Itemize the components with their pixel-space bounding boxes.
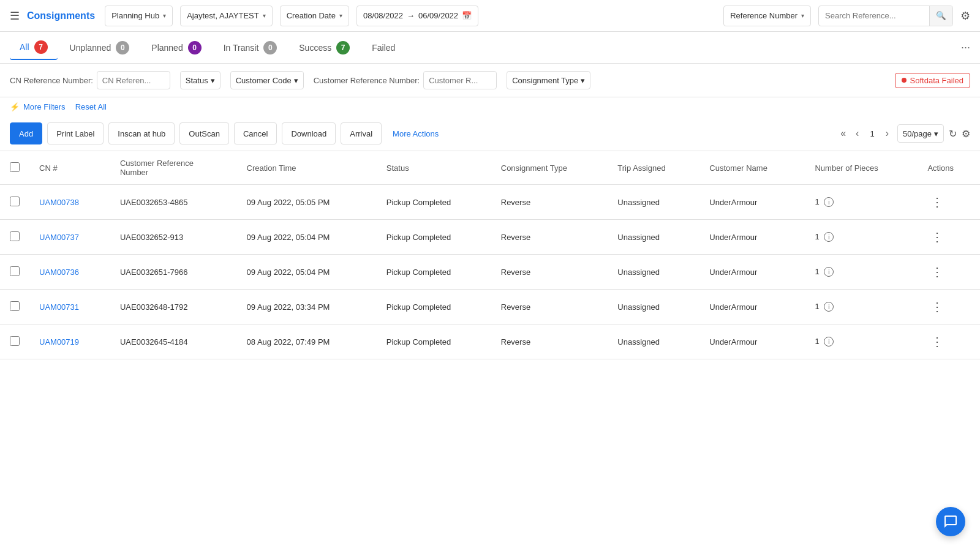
tab-all[interactable]: All 7 (10, 36, 58, 60)
info-icon[interactable]: i (824, 337, 834, 347)
cn-ref-input[interactable] (97, 71, 170, 89)
col-header-customer: Customer Name (699, 151, 805, 185)
row-checkbox[interactable] (10, 336, 20, 346)
user-dropdown[interactable]: Ajaytest, AJAYTEST ▾ (180, 6, 273, 26)
header-checkbox-cell (0, 151, 29, 185)
row-actions-menu[interactable]: ⋮ (927, 334, 947, 350)
info-icon[interactable]: i (824, 267, 834, 277)
row-pieces: 1 i (805, 185, 918, 220)
reset-all-button[interactable]: Reset All (75, 102, 107, 111)
ref-filter-label: Reference Number (730, 11, 797, 20)
more-filters-button[interactable]: ⚡ More Filters (10, 102, 66, 111)
arrival-button[interactable]: Arrival (341, 122, 382, 144)
search-input[interactable] (819, 8, 929, 23)
cancel-button[interactable]: Cancel (234, 122, 277, 144)
customer-code-filter[interactable]: Customer Code ▾ (230, 71, 304, 89)
row-checkbox-cell (0, 185, 29, 220)
row-type: Reverse (491, 324, 608, 359)
customer-ref-filter: Customer Reference Number: (314, 71, 497, 89)
more-filters-label: More Filters (23, 102, 66, 111)
chevron-down-icon: ▾ (263, 12, 266, 19)
table-row: UAM00738 UAE0032653-4865 09 Aug 2022, 05… (0, 185, 980, 220)
row-checkbox[interactable] (10, 197, 20, 206)
filters-bar: CN Reference Number: Status ▾ Customer C… (0, 64, 980, 97)
row-trip: Unassigned (608, 185, 699, 220)
first-page-button[interactable]: « (837, 127, 850, 140)
table-row: UAM00736 UAE0032651-7966 09 Aug 2022, 05… (0, 255, 980, 290)
row-checkbox[interactable] (10, 266, 20, 276)
tab-failed[interactable]: Failed (362, 36, 405, 60)
row-actions-menu[interactable]: ⋮ (927, 194, 947, 210)
next-page-button[interactable]: › (882, 127, 892, 140)
row-trip: Unassigned (608, 290, 699, 324)
row-checkbox[interactable] (10, 301, 20, 311)
user-label: Ajaytest, AJAYTEST (187, 11, 259, 20)
cn-link[interactable]: UAM00738 (39, 198, 79, 207)
refresh-button[interactable]: ↻ (949, 128, 957, 140)
hub-dropdown[interactable]: Planning Hub ▾ (105, 6, 173, 26)
row-type: Reverse (491, 255, 608, 290)
cn-link[interactable]: UAM00736 (39, 268, 79, 277)
row-ref: UAE0032645-4184 (110, 324, 237, 359)
row-time: 09 Aug 2022, 03:34 PM (237, 290, 377, 324)
select-all-checkbox[interactable] (10, 162, 20, 172)
row-customer: UnderArmour (699, 185, 805, 220)
date-range-picker[interactable]: 08/08/2022 → 06/09/2022 📅 (356, 6, 478, 26)
tabs-more-icon[interactable]: ··· (961, 41, 970, 54)
gear-icon[interactable]: ⚙ (960, 9, 970, 23)
search-button[interactable]: 🔍 (929, 6, 952, 26)
consignment-type-filter[interactable]: Consignment Type ▾ (507, 71, 590, 89)
row-status: Pickup Completed (377, 255, 491, 290)
add-button[interactable]: Add (10, 122, 42, 144)
status-filter[interactable]: Status ▾ (180, 71, 221, 89)
row-checkbox[interactable] (10, 231, 20, 241)
cn-link[interactable]: UAM00719 (39, 337, 79, 347)
row-actions: ⋮ (918, 220, 980, 255)
info-icon[interactable]: i (824, 302, 834, 312)
cn-link[interactable]: UAM00737 (39, 233, 79, 242)
info-icon[interactable]: i (824, 232, 834, 242)
column-settings-button[interactable]: ⚙ (962, 128, 970, 140)
tab-in-transit[interactable]: In Transit 0 (214, 36, 287, 60)
date-filter-dropdown[interactable]: Creation Date ▾ (280, 6, 349, 26)
tab-unplanned[interactable]: Unplanned 0 (60, 36, 140, 60)
col-header-cn: CN # (29, 151, 110, 185)
cn-link[interactable]: UAM00731 (39, 302, 79, 312)
info-icon[interactable]: i (824, 197, 834, 207)
tab-success-badge: 7 (336, 41, 350, 54)
row-cn: UAM00719 (29, 324, 110, 359)
row-time: 09 Aug 2022, 05:05 PM (237, 185, 377, 220)
row-ref: UAE0032652-913 (110, 220, 237, 255)
tabs-bar: All 7 Unplanned 0 Planned 0 In Transit 0… (0, 32, 980, 64)
customer-ref-input[interactable] (423, 71, 497, 89)
row-actions-menu[interactable]: ⋮ (927, 229, 947, 245)
per-page-dropdown[interactable]: 50/page ▾ (897, 124, 944, 143)
customer-ref-label: Customer Reference Number: (314, 76, 420, 85)
print-label-button[interactable]: Print Label (47, 122, 104, 144)
download-button[interactable]: Download (282, 122, 336, 144)
outscan-button[interactable]: OutScan (179, 122, 229, 144)
row-ref: UAE0032648-1792 (110, 290, 237, 324)
row-actions-menu[interactable]: ⋮ (927, 299, 947, 315)
row-status: Pickup Completed (377, 185, 491, 220)
consignments-table: CN # Customer ReferenceNumber Creation T… (0, 151, 980, 359)
tab-planned-label: Planned (151, 43, 183, 53)
hub-label: Planning Hub (111, 11, 159, 20)
row-cn: UAM00736 (29, 255, 110, 290)
softdata-failed-button[interactable]: Softdata Failed (895, 73, 970, 88)
consignment-type-label: Consignment Type (512, 76, 578, 85)
col-header-pieces: Number of Pieces (805, 151, 918, 185)
row-actions-menu[interactable]: ⋮ (927, 264, 947, 280)
menu-icon[interactable]: ☰ (10, 9, 20, 23)
pagination: « ‹ 1 › (837, 127, 892, 140)
ref-filter-dropdown[interactable]: Reference Number ▾ (723, 6, 811, 26)
tab-success[interactable]: Success 7 (289, 36, 360, 60)
app-title: Consignments (27, 10, 95, 21)
tab-planned[interactable]: Planned 0 (141, 36, 211, 60)
prev-page-button[interactable]: ‹ (852, 127, 862, 140)
inscan-hub-button[interactable]: Inscan at hub (108, 122, 175, 144)
chevron-down-icon: ▾ (581, 76, 585, 85)
more-actions-button[interactable]: More Actions (386, 126, 445, 142)
date-from: 08/08/2022 (363, 11, 403, 20)
tab-failed-label: Failed (372, 43, 395, 53)
